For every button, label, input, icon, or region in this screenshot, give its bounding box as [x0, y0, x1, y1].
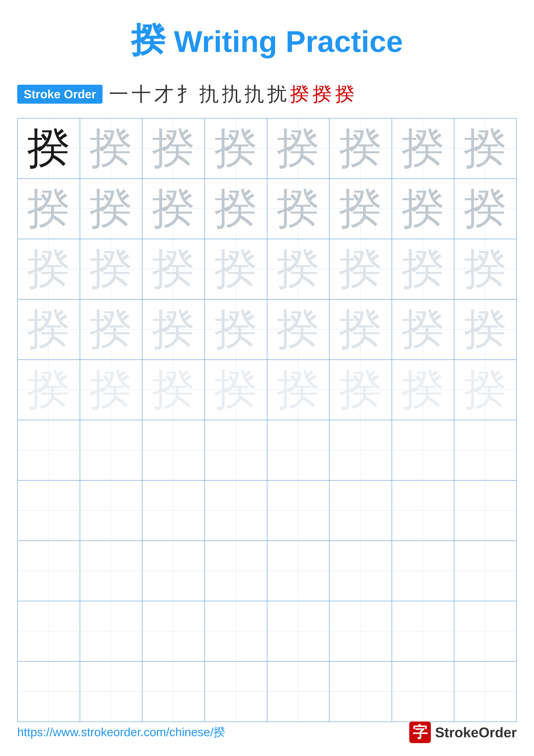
stroke-4: 扌	[177, 81, 196, 107]
grid-cell: 揆	[392, 360, 454, 420]
practice-char: 揆	[339, 124, 382, 172]
grid-cell: 揆	[205, 118, 267, 179]
grid-cell	[329, 662, 392, 722]
practice-char: 揆	[27, 306, 70, 353]
grid-cell	[454, 420, 517, 480]
grid-cell	[80, 420, 142, 480]
grid-cell: 揆	[267, 118, 330, 179]
practice-char: 揆	[401, 306, 445, 353]
practice-char: 揆	[401, 366, 445, 414]
grid-cell	[142, 480, 205, 541]
grid-cell	[392, 480, 454, 541]
practice-char: 揆	[152, 185, 195, 232]
grid-cell: 揆	[80, 239, 142, 299]
grid-cell: 揆	[454, 118, 517, 179]
grid-cell	[80, 480, 142, 541]
grid-cell	[205, 662, 267, 722]
grid-cell	[329, 420, 392, 480]
grid-cell	[17, 420, 80, 480]
grid-cell	[454, 662, 517, 722]
grid-cell	[80, 662, 142, 722]
grid-cell: 揆	[267, 179, 330, 239]
grid-cell	[267, 480, 330, 541]
grid-cell: 揆	[392, 239, 454, 299]
stroke-5: 扏	[199, 81, 219, 107]
practice-grid: 揆 揆 揆 揆 揆 揆 揆 揆 揆 揆 揆 揆 揆 揆 揆 揆 揆 揆 揆 揆 …	[17, 118, 517, 722]
grid-cell: 揆	[329, 299, 392, 360]
practice-char: 揆	[464, 245, 507, 293]
practice-char: 揆	[277, 306, 320, 353]
grid-cell	[267, 541, 330, 601]
grid-cell: 揆	[392, 299, 454, 360]
practice-grid-container: 揆 揆 揆 揆 揆 揆 揆 揆 揆 揆 揆 揆 揆 揆 揆 揆 揆 揆 揆 揆 …	[0, 116, 534, 724]
practice-char: 揆	[152, 306, 195, 353]
stroke-7: 扏	[245, 81, 264, 107]
grid-cell: 揆	[392, 179, 454, 239]
practice-char: 揆	[464, 366, 507, 414]
grid-cell: 揆	[142, 299, 205, 360]
grid-cell	[142, 601, 205, 662]
practice-char: 揆	[277, 245, 320, 293]
grid-row-6	[17, 420, 517, 480]
grid-cell	[392, 662, 454, 722]
grid-cell: 揆	[329, 118, 392, 179]
practice-char: 揆	[89, 124, 133, 172]
grid-cell	[454, 541, 517, 601]
grid-cell: 揆	[17, 179, 80, 239]
grid-cell	[142, 541, 205, 601]
practice-char: 揆	[214, 185, 257, 232]
grid-cell: 揆	[454, 239, 517, 299]
grid-cell: 揆	[205, 179, 267, 239]
grid-cell: 揆	[80, 118, 142, 179]
practice-char: 揆	[401, 245, 445, 293]
grid-row-10	[17, 662, 517, 722]
practice-char: 揆	[339, 245, 382, 293]
grid-row-4: 揆 揆 揆 揆 揆 揆 揆 揆	[17, 299, 517, 360]
practice-char: 揆	[277, 366, 320, 414]
practice-char: 揆	[27, 124, 70, 172]
grid-cell	[392, 541, 454, 601]
practice-char: 揆	[89, 306, 133, 353]
grid-cell	[17, 480, 80, 541]
practice-char: 揆	[464, 124, 507, 172]
grid-cell: 揆	[142, 118, 205, 179]
grid-cell: 揆	[17, 239, 80, 299]
grid-cell	[454, 480, 517, 541]
grid-cell: 揆	[142, 179, 205, 239]
grid-cell	[17, 601, 80, 662]
stroke-11: 揆	[335, 81, 355, 107]
footer-url[interactable]: https://www.strokeorder.com/chinese/揆	[17, 724, 225, 740]
footer: https://www.strokeorder.com/chinese/揆 字 …	[0, 721, 534, 743]
logo-char: 字	[413, 722, 428, 742]
grid-cell	[80, 601, 142, 662]
practice-char: 揆	[464, 185, 507, 232]
grid-cell: 揆	[80, 360, 142, 420]
grid-cell	[392, 601, 454, 662]
stroke-3: 才	[154, 81, 174, 107]
grid-cell	[205, 420, 267, 480]
stroke-8: 扰	[267, 81, 287, 107]
practice-char: 揆	[339, 366, 382, 414]
grid-cell: 揆	[205, 239, 267, 299]
grid-cell	[80, 541, 142, 601]
grid-cell	[392, 420, 454, 480]
practice-char: 揆	[152, 245, 195, 293]
grid-row-5: 揆 揆 揆 揆 揆 揆 揆 揆	[17, 360, 517, 420]
grid-cell	[205, 541, 267, 601]
practice-char: 揆	[89, 245, 133, 293]
grid-row-8	[17, 541, 517, 601]
practice-char: 揆	[464, 306, 507, 353]
practice-char: 揆	[27, 245, 70, 293]
grid-cell	[142, 662, 205, 722]
stroke-9: 揆	[290, 81, 309, 107]
grid-cell: 揆	[454, 360, 517, 420]
grid-cell	[329, 601, 392, 662]
grid-cell: 揆	[17, 118, 80, 179]
grid-cell: 揆	[142, 360, 205, 420]
practice-char: 揆	[152, 124, 195, 172]
practice-char: 揆	[152, 366, 195, 414]
grid-cell	[267, 420, 330, 480]
stroke-1: 一	[109, 81, 128, 107]
grid-cell	[329, 480, 392, 541]
practice-char: 揆	[277, 185, 320, 232]
